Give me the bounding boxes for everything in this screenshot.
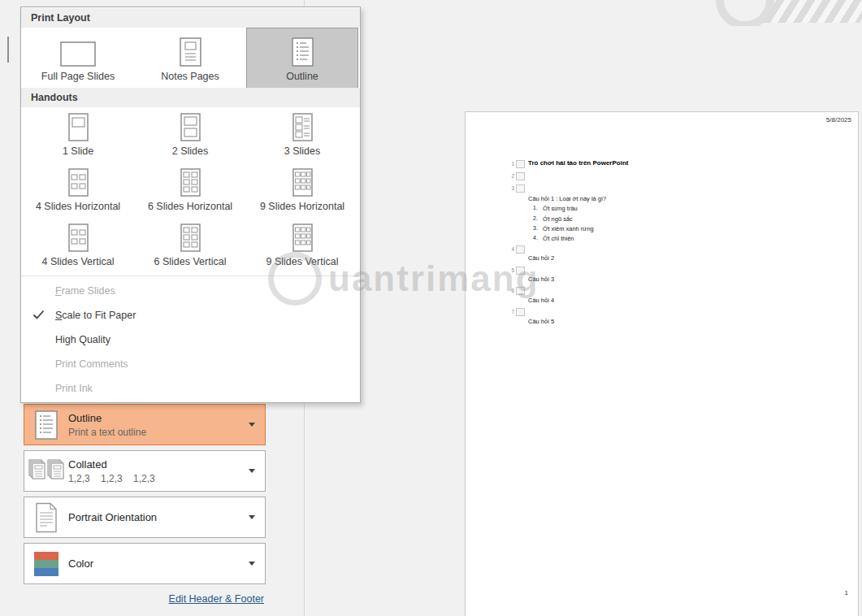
option-label: 6 Slides Horizontal: [148, 201, 232, 212]
setting-subtitle: 1,2,3 1,2,3 1,2,3: [68, 473, 249, 484]
option-label: 4 Slides Horizontal: [36, 201, 120, 212]
layout-option-notes-pages[interactable]: Notes Pages: [134, 28, 246, 89]
slide-number: 6: [505, 288, 514, 293]
setting-title: Outline: [68, 412, 249, 424]
outline-question-4: Câu hỏi 4: [528, 297, 554, 304]
slide-title: Trò chơi hái táo trên PowerPoint: [528, 159, 628, 167]
handout-6-slides-icon: [180, 168, 201, 197]
background-edge-line: [7, 37, 9, 63]
color-swatch-icon: [24, 551, 68, 577]
outline-icon: [292, 37, 314, 67]
option-label: Notes Pages: [161, 71, 219, 82]
slide-number: 7: [505, 309, 514, 315]
slide-number: 2: [505, 173, 514, 179]
menu-separator: [21, 275, 360, 276]
dropdown-arrow-icon: [249, 515, 255, 519]
handout-3-slides-icon: [292, 113, 313, 141]
outline-question-2: Câu hỏi 2: [528, 254, 554, 262]
slide-checkbox-icon: [516, 172, 525, 180]
slide-number: 5: [505, 267, 514, 273]
watermark-logo-ring: [716, 0, 774, 26]
slide-checkbox-icon: [516, 184, 525, 193]
handout-option-9-slides-vertical[interactable]: 9 Slides Vertical: [246, 219, 358, 274]
answer-number: 1.: [533, 205, 538, 210]
notes-pages-icon: [180, 37, 201, 67]
layout-option-full-page-slides[interactable]: Full Page Slides: [22, 28, 134, 89]
menu-item-high-quality[interactable]: High Quality: [21, 328, 360, 352]
watermark-logo: [716, 0, 862, 26]
dropdown-arrow-icon: [249, 562, 255, 566]
slide-checkbox-icon: [516, 245, 525, 254]
color-setting-button[interactable]: Color: [24, 543, 266, 584]
print-preview-page: 5/8/2025 1 Trò chơi hái táo trên PowerPo…: [465, 111, 859, 616]
option-label: 6 Slides Vertical: [154, 256, 227, 267]
slide-checkbox-icon: [516, 308, 525, 316]
full-page-slides-icon: [60, 41, 96, 67]
answer-text: Ớt sừng trâu: [543, 205, 578, 212]
portrait-page-icon: [24, 502, 68, 533]
option-label: 9 Slides Horizontal: [260, 201, 344, 212]
option-label: 9 Slides Vertical: [266, 256, 339, 267]
handout-option-6-slides-vertical[interactable]: 6 Slides Vertical: [134, 219, 246, 274]
option-label: 3 Slides: [284, 145, 320, 157]
slide-checkbox-icon: [516, 267, 525, 275]
option-label: 1 Slide: [63, 145, 93, 157]
menu-item-scale-to-fit-paper[interactable]: Scale to Fit Paper: [21, 303, 360, 328]
setting-title: Portrait Orientation: [68, 511, 249, 523]
collation-setting-button[interactable]: Collated 1,2,3 1,2,3 1,2,3: [24, 450, 266, 492]
preview-page-number: 1: [845, 589, 848, 596]
watermark-logo-stripes: [762, 0, 862, 23]
dropdown-arrow-icon: [249, 423, 255, 427]
handout-1-slide-icon: [68, 113, 89, 141]
option-label: 4 Slides Vertical: [42, 256, 115, 267]
checkmark-icon: [32, 310, 49, 321]
edit-header-footer-link[interactable]: Edit Header & Footer: [169, 593, 264, 605]
handout-option-6-slides-horizontal[interactable]: 6 Slides Horizontal: [134, 164, 246, 219]
print-layout-dropdown: Print Layout Full Page Slides Notes Page…: [20, 7, 361, 403]
menu-item-frame-slides: Frame Slides: [21, 279, 360, 303]
handout-option-1-slide[interactable]: 1 Slide: [22, 109, 134, 163]
answer-text: Ớt ngũ sắc: [543, 215, 573, 223]
collated-icon: [24, 457, 68, 486]
slide-number: 4: [505, 246, 514, 252]
handout-option-9-slides-horizontal[interactable]: 9 Slides Horizontal: [246, 164, 358, 219]
handout-option-2-slides[interactable]: 2 Slides: [134, 109, 246, 163]
print-layout-setting-button[interactable]: Outline Print a text outline: [24, 404, 266, 445]
dropdown-arrow-icon: [249, 469, 255, 473]
setting-title: Color: [68, 557, 249, 570]
setting-subtitle: Print a text outline: [68, 427, 249, 438]
handout-option-3-slides[interactable]: 3 Slides: [246, 109, 358, 163]
answer-number: 3.: [533, 225, 538, 231]
outline-question-3: Câu hỏi 3: [528, 275, 554, 283]
section-header-handouts: Handouts: [21, 88, 360, 107]
preview-header-date: 5/8/2025: [826, 116, 851, 124]
handout-9-slides-icon: [292, 223, 313, 252]
handout-2-slides-icon: [180, 113, 201, 141]
menu-item-print-ink: Print Ink: [21, 376, 360, 401]
layout-option-outline[interactable]: Outline: [246, 28, 358, 89]
handout-4-slides-icon: [68, 223, 89, 252]
handout-option-4-slides-horizontal[interactable]: 4 Slides Horizontal: [22, 164, 134, 219]
outline-question-1: Câu hỏi 1 : Loại ớt này là gì?: [528, 195, 606, 202]
option-label: Full Page Slides: [41, 71, 115, 82]
answer-number: 4.: [533, 235, 538, 241]
menu-item-print-comments: Print Comments: [21, 352, 360, 376]
outline-icon: [24, 410, 68, 440]
answer-number: 2.: [533, 215, 538, 221]
setting-title: Collated: [68, 458, 249, 471]
option-label: Outline: [286, 71, 318, 82]
handout-9-slides-icon: [292, 168, 313, 197]
handout-6-slides-icon: [180, 223, 201, 252]
outline-question-5: Câu hỏi 5: [528, 318, 554, 325]
handout-4-slides-icon: [68, 168, 89, 197]
slide-checkbox-icon: [516, 160, 525, 168]
answer-text: Ớt chỉ thiên: [543, 235, 574, 242]
slide-number: 3: [505, 185, 514, 191]
handout-option-4-slides-vertical[interactable]: 4 Slides Vertical: [22, 219, 134, 274]
option-label: 2 Slides: [172, 145, 208, 157]
orientation-setting-button[interactable]: Portrait Orientation: [24, 497, 266, 538]
slide-checkbox-icon: [516, 287, 525, 295]
answer-text: Ớt xiêm xanh rừng: [543, 225, 594, 232]
print-backstage: 5/8/2025 1 Trò chơi hái táo trên PowerPo…: [0, 0, 862, 616]
slide-number: 1: [505, 161, 514, 167]
